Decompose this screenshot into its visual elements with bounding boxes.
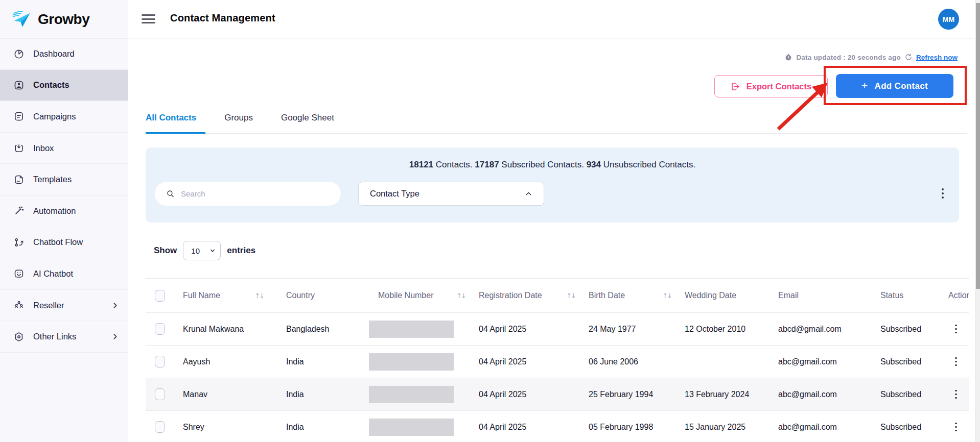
export-contacts-label: Export Contacts [746, 82, 811, 91]
cell-wedding-date: 15 January 2025 [685, 423, 778, 432]
cell-birth-date: 05 February 1998 [589, 423, 685, 432]
vertical-scrollbar[interactable] [975, 0, 980, 442]
cell-status: Subscribed [880, 390, 948, 399]
search-box[interactable] [155, 182, 341, 206]
column-header-status[interactable]: Status [880, 291, 948, 300]
tab-groups[interactable]: Groups [224, 111, 262, 133]
automation-icon [13, 205, 25, 216]
column-header-birth-date[interactable]: Birth Date↑↓ [589, 291, 685, 300]
table-row[interactable]: Krunal Makwana Bangladesh 04 April 2025 … [146, 313, 969, 346]
show-label: Show [154, 245, 177, 256]
growby-logo-icon [10, 9, 34, 30]
stat-item: 18121 Contacts. [409, 160, 475, 169]
search-input[interactable] [181, 189, 309, 198]
row-checkbox[interactable] [155, 356, 165, 367]
column-header-mobile-number[interactable]: Mobile Number↑↓ [369, 291, 479, 300]
row-checkbox[interactable] [155, 388, 165, 400]
sidebar-item-chatbot-flow[interactable]: Chatbot Flow [0, 227, 128, 259]
cell-registration-date: 04 April 2025 [479, 390, 589, 399]
column-header-full-name[interactable]: Full Name↑↓ [174, 291, 277, 300]
menu-toggle-icon[interactable] [142, 13, 155, 24]
cell-country: India [277, 357, 369, 366]
cell-wedding-date: 12 October 2010 [685, 325, 778, 334]
tab-all-contacts[interactable]: All Contacts [146, 111, 205, 134]
panel-options-menu-icon[interactable] [940, 186, 946, 201]
sidebar-item-dashboard[interactable]: Dashboard [0, 38, 128, 70]
avatar[interactable]: MM [938, 9, 959, 30]
sidebar-item-label: Campaigns [33, 112, 76, 121]
cell-registration-date: 04 April 2025 [479, 423, 589, 432]
tab-label: Google Sheet [281, 113, 334, 122]
scrollbar-thumb[interactable] [976, 3, 980, 289]
sidebar-item-label: Contacts [33, 80, 69, 90]
sidebar-item-label: Templates [33, 175, 72, 184]
sidebar-item-templates[interactable]: Templates [0, 164, 128, 195]
column-header-wedding-date[interactable]: Wedding Date [685, 291, 778, 300]
sidebar-item-label: AI Chatbot [33, 269, 73, 279]
table-row[interactable]: Shrey India 04 April 2025 05 February 19… [146, 411, 969, 442]
cell-birth-date: 24 May 1977 [589, 325, 685, 334]
mobile-number-redacted-block [369, 419, 454, 436]
sidebar-item-reseller[interactable]: Reseller [0, 290, 128, 322]
brand-logo[interactable]: Growby [0, 0, 128, 38]
cell-country: India [277, 390, 369, 399]
column-header-email[interactable]: Email [778, 291, 880, 300]
templates-icon [13, 174, 25, 185]
stats-panel: 18121 Contacts. 17187 Subscribed Contact… [146, 148, 959, 223]
stat-value: 18121 [409, 160, 433, 169]
sidebar-item-automation[interactable]: Automation [0, 195, 128, 227]
entries-select[interactable]: 10 [183, 241, 221, 260]
sidebar-item-contacts[interactable]: Contacts [0, 70, 128, 102]
table-row[interactable]: Aayush India 04 April 2025 06 June 2006 … [146, 346, 969, 378]
cell-country: India [277, 423, 369, 432]
sidebar-item-label: Dashboard [33, 49, 75, 59]
sidebar-nav: Dashboard Contacts Campaigns Inbox Templ… [0, 38, 128, 353]
row-actions-menu-icon[interactable] [952, 355, 960, 369]
sidebar-item-label: Chatbot Flow [33, 237, 83, 247]
data-updated-text: Data updated : 20 seconds ago [796, 54, 901, 61]
row-actions-menu-icon[interactable] [952, 323, 960, 336]
column-header-registration-date[interactable]: Registration Date↑↓ [479, 291, 589, 300]
select-all-checkbox[interactable] [155, 290, 165, 302]
export-contacts-button[interactable]: Export Contacts [714, 75, 828, 97]
row-checkbox[interactable] [155, 421, 165, 433]
chevron-up-icon [525, 190, 532, 198]
stat-text: Subscribed Contacts. [499, 160, 587, 169]
contacts-summary: 18121 Contacts. 17187 Subscribed Contact… [146, 160, 959, 170]
sidebar-item-ai-chatbot[interactable]: AI Chatbot [0, 258, 128, 290]
row-checkbox[interactable] [155, 323, 165, 335]
cell-status: Subscribed [880, 325, 948, 334]
ai-chatbot-icon [13, 268, 25, 279]
tab-google-sheet[interactable]: Google Sheet [281, 111, 343, 133]
search-icon [166, 189, 175, 198]
sidebar-item-campaigns[interactable]: Campaigns [0, 101, 128, 133]
top-header-bar: Contact Management MM [128, 0, 975, 38]
sidebar-item-label: Inbox [33, 143, 54, 153]
add-contact-button[interactable]: + Add Contact [836, 74, 953, 98]
cell-full-name: Manav [174, 390, 277, 399]
table-row[interactable]: Manav India 04 April 2025 25 February 19… [146, 378, 969, 411]
sort-icon[interactable]: ↑↓ [566, 292, 575, 300]
mobile-number-redacted-block [369, 386, 454, 403]
campaigns-icon [13, 111, 25, 122]
refresh-icon[interactable] [904, 53, 913, 61]
cell-wedding-date: 13 February 2024 [685, 390, 778, 399]
sidebar-item-label: Automation [33, 206, 76, 216]
sort-icon[interactable]: ↑↓ [456, 292, 465, 300]
data-updated-bar: Data updated : 20 seconds ago Refresh no… [784, 53, 958, 61]
sort-icon[interactable]: ↑↓ [662, 292, 671, 300]
sidebar-item-inbox[interactable]: Inbox [0, 133, 128, 164]
sort-icon[interactable]: ↑↓ [254, 292, 264, 300]
sidebar-item-other-links[interactable]: Other Links [0, 321, 128, 353]
contact-type-dropdown[interactable]: Contact Type [358, 182, 544, 206]
row-actions-menu-icon[interactable] [952, 388, 960, 401]
cell-email: abc@gmail.com [778, 423, 880, 432]
stat-text: Unsubscribed Contacts. [601, 160, 695, 169]
cell-full-name: Aayush [174, 357, 277, 366]
row-actions-menu-icon[interactable] [952, 421, 960, 434]
column-header-country[interactable]: Country [277, 291, 369, 300]
column-header-actions[interactable]: Actions [948, 291, 969, 300]
cell-email: abcd@gmail.com [778, 325, 880, 334]
mobile-number-redacted-block [369, 353, 454, 371]
refresh-now-link[interactable]: Refresh now [916, 54, 958, 61]
